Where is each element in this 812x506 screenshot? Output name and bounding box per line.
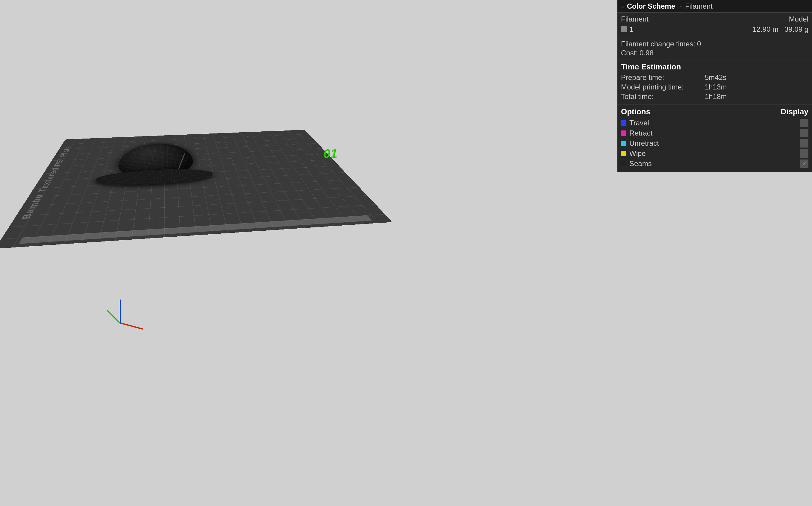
total-time-value: 1h18m	[705, 92, 727, 101]
option-seams[interactable]: Seams ✓	[621, 160, 808, 168]
model-time-value: 1h13m	[705, 83, 727, 91]
time-estimation-section: Time Estimation Prepare time: 5m42s Mode…	[617, 60, 812, 105]
filament-section: Filament Model 1 12.90 m 39.09 g	[617, 13, 812, 37]
time-estimation-title: Time Estimation	[621, 62, 808, 72]
panel-header-filament: Filament	[685, 2, 713, 10]
option-retract[interactable]: Retract	[621, 129, 808, 137]
travel-color	[621, 120, 626, 126]
filament-col-label: Filament	[621, 15, 649, 23]
stats-section: Filament change times: 0 Cost: 0.98	[617, 37, 812, 60]
seams-color	[621, 161, 626, 166]
right-panel: ≡ Color Scheme ~ Filament Filament Model…	[617, 0, 812, 172]
retract-toggle[interactable]	[800, 129, 808, 137]
filament-row-header: Filament Model	[621, 15, 808, 23]
unretract-color	[621, 141, 626, 146]
coordinate-axes	[111, 297, 147, 332]
wipe-color	[621, 151, 626, 156]
filament-col-model: Model	[789, 15, 808, 23]
options-title: Options	[621, 107, 650, 116]
filament-change-row: Filament change times: 0	[621, 40, 808, 48]
retract-color	[621, 131, 626, 136]
hat-model	[93, 140, 215, 187]
model-time-row: Model printing time: 1h13m	[621, 83, 808, 91]
cost-value: 0.98	[640, 49, 654, 57]
seams-toggle[interactable]: ✓	[800, 160, 808, 168]
filament-item-row: 1 12.90 m 39.09 g	[621, 25, 808, 33]
seams-label: Seams	[630, 160, 800, 168]
prepare-time-row: Prepare time: 5m42s	[621, 73, 808, 82]
filament-color-swatch[interactable]	[621, 26, 627, 32]
retract-label: Retract	[630, 129, 800, 137]
wipe-toggle[interactable]	[800, 149, 808, 158]
panel-header-icon: ≡	[621, 3, 624, 10]
option-wipe[interactable]: Wipe	[621, 149, 808, 158]
travel-toggle[interactable]	[800, 119, 808, 127]
model-time-label: Model printing time:	[621, 83, 705, 91]
option-travel[interactable]: Travel	[621, 119, 808, 127]
axis-x	[120, 322, 143, 330]
axis-y	[120, 300, 121, 324]
filament-weight: 39.09 g	[785, 25, 808, 33]
total-time-label: Total time:	[621, 92, 705, 101]
filament-number: 1	[630, 25, 633, 33]
panel-header-title: Color Scheme	[627, 2, 675, 10]
options-section: Options Display Travel Retract	[617, 105, 812, 172]
axis-z	[106, 310, 120, 323]
travel-label: Travel	[630, 119, 800, 127]
option-unretract[interactable]: Unretract	[621, 139, 808, 148]
cost-row: Cost: 0.98	[621, 49, 808, 57]
panel-header-separator: ~	[678, 2, 682, 10]
plate-number: 01	[323, 147, 338, 161]
display-title: Display	[781, 107, 809, 116]
filament-length: 12.90 m	[752, 25, 779, 33]
options-header-row: Options Display	[621, 107, 808, 116]
prepare-time-value: 5m42s	[705, 73, 726, 82]
unretract-toggle[interactable]	[800, 139, 808, 148]
filament-change-value: 0	[697, 40, 701, 48]
seams-check: ✓	[802, 160, 807, 167]
wipe-label: Wipe	[630, 149, 800, 158]
prepare-time-label: Prepare time:	[621, 73, 705, 82]
total-time-row: Total time: 1h18m	[621, 92, 808, 101]
build-plate-container: Bambu Textured PEI Plate	[45, 90, 374, 269]
cost-label: Cost:	[621, 49, 638, 57]
unretract-label: Unretract	[630, 139, 800, 148]
panel-header: ≡ Color Scheme ~ Filament	[617, 0, 812, 13]
filament-change-label: Filament change times:	[621, 40, 695, 48]
3d-viewport[interactable]: Bambu Textured PEI Plate 01 ≡ Col	[0, 0, 812, 506]
